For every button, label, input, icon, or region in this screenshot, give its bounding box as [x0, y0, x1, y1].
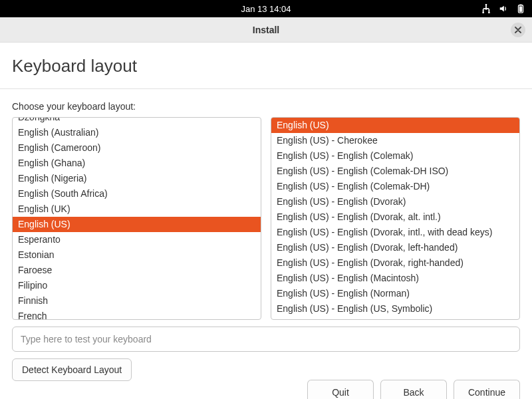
keyboard-test-input[interactable] — [12, 327, 520, 352]
svg-rect-9 — [519, 4, 522, 5]
svg-point-7 — [488, 12, 490, 13]
window-title: Install — [253, 25, 279, 35]
list-item[interactable]: English (Cameroon) — [13, 140, 261, 156]
list-item[interactable]: English (US) - Cherokee — [271, 133, 519, 148]
system-tray[interactable] — [481, 4, 525, 13]
page-subtitle: Choose your keyboard layout: — [12, 101, 520, 112]
list-item[interactable]: Dzongkha — [13, 117, 261, 125]
list-item[interactable]: English (US) — [271, 118, 519, 133]
gnome-top-bar: Jan 13 14:04 — [0, 0, 532, 17]
footer-buttons: Quit Back Continue — [307, 380, 532, 399]
back-button[interactable]: Back — [380, 380, 447, 399]
page-title: Keyboard layout — [12, 56, 520, 76]
list-item[interactable]: Esperanto — [13, 232, 261, 247]
battery-icon — [516, 4, 525, 13]
list-item[interactable]: English (US) — [13, 217, 261, 232]
list-item[interactable]: English (US) - English (Dvorak, alt. int… — [271, 209, 519, 225]
list-item[interactable]: English (Ghana) — [13, 156, 261, 171]
list-item[interactable]: English (South Africa) — [13, 186, 261, 201]
list-item[interactable]: English (US) - English (Colemak-DH ISO) — [271, 164, 519, 179]
svg-point-6 — [482, 12, 484, 13]
continue-button[interactable]: Continue — [454, 380, 520, 399]
close-button[interactable] — [511, 23, 525, 37]
layout-lists-container: DzongkhaEnglish (Australian)English (Cam… — [12, 117, 520, 320]
list-item[interactable]: English (US) - English (Macintosh) — [271, 271, 519, 286]
layout-variant-list[interactable]: English (US)English (US) - CherokeeEngli… — [271, 117, 520, 320]
list-item[interactable]: English (US) - English (Norman) — [271, 286, 519, 301]
datetime-label[interactable]: Jan 13 14:04 — [241, 4, 291, 14]
list-item[interactable]: English (Australian) — [13, 125, 261, 140]
list-item[interactable]: English (Nigeria) — [13, 171, 261, 186]
divider — [0, 88, 532, 89]
svg-rect-4 — [485, 8, 487, 10]
list-item[interactable]: English (US) - English (US, alt. intl.) — [271, 317, 519, 320]
list-item[interactable]: Faroese — [13, 263, 261, 278]
close-icon — [515, 27, 521, 33]
page-content: Keyboard layout Choose your keyboard lay… — [0, 43, 532, 381]
list-item[interactable]: French — [13, 309, 261, 320]
list-item[interactable]: Finnish — [13, 293, 261, 309]
detect-keyboard-button[interactable]: Detect Keyboard Layout — [12, 358, 132, 381]
list-item[interactable]: English (UK) — [13, 201, 261, 217]
list-item[interactable]: English (US) - English (Dvorak) — [271, 194, 519, 209]
volume-icon — [499, 4, 508, 13]
list-item[interactable]: Estonian — [13, 247, 261, 263]
list-item[interactable]: English (US) - English (US, Symbolic) — [271, 301, 519, 317]
layout-country-list[interactable]: DzongkhaEnglish (Australian)English (Cam… — [12, 117, 261, 320]
window-titlebar: Install — [0, 17, 532, 43]
list-item[interactable]: English (US) - English (Colemak) — [271, 148, 519, 164]
list-item[interactable]: English (US) - English (Colemak-DH) — [271, 179, 519, 194]
svg-rect-10 — [519, 7, 522, 12]
list-item[interactable]: Filipino — [13, 278, 261, 293]
list-item[interactable]: English (US) - English (Dvorak, right-ha… — [271, 255, 519, 271]
quit-button[interactable]: Quit — [307, 380, 374, 399]
list-item[interactable]: English (US) - English (Dvorak, left-han… — [271, 240, 519, 255]
svg-point-5 — [485, 4, 487, 5]
list-item[interactable]: English (US) - English (Dvorak, intl., w… — [271, 225, 519, 240]
network-icon — [481, 4, 491, 13]
